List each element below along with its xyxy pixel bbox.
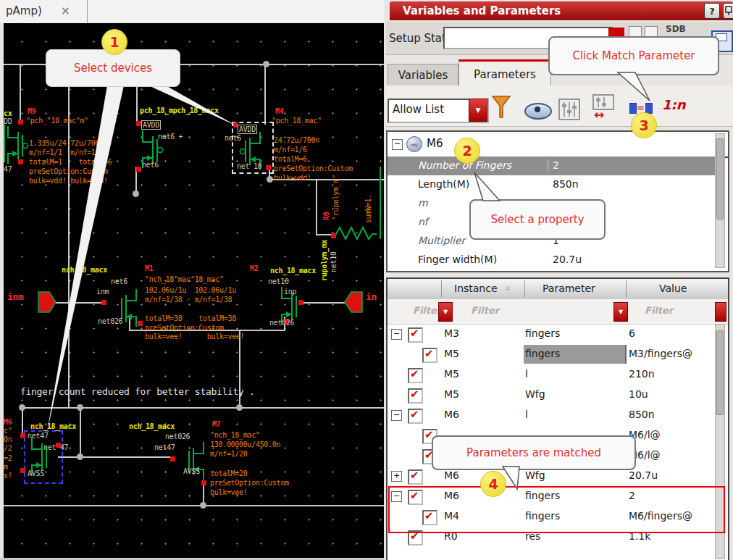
schematic-tab-bar: pAmp) × bbox=[0, 0, 384, 23]
filter-input-value[interactable]: Filter bbox=[645, 305, 673, 316]
schematic-tab-title[interactable]: pAmp) bbox=[6, 4, 42, 17]
property-scrollbar[interactable] bbox=[715, 133, 725, 268]
swap-arrow-icon[interactable]: ↔ bbox=[594, 107, 604, 122]
cell-instance: M3 bbox=[444, 327, 459, 339]
table-row[interactable]: ✔M5l210n bbox=[388, 364, 725, 385]
property-value: 2 bbox=[548, 159, 559, 171]
property-name: Finger width(M) bbox=[418, 254, 497, 265]
application-window: pAmp) × Select devices 1 cxDDM9"pch_"18_… bbox=[0, 0, 733, 560]
step-1-badge: 1 bbox=[101, 29, 127, 55]
row-checkbox[interactable]: ✔ bbox=[408, 368, 423, 383]
property-name: Length(M) bbox=[418, 178, 469, 190]
tab-close-icon[interactable]: × bbox=[61, 4, 70, 17]
check-icon: ✔ bbox=[424, 347, 434, 360]
cell-parameter: l bbox=[525, 409, 528, 420]
cell-value: 850n bbox=[629, 409, 655, 420]
cell-parameter: Wfg bbox=[525, 388, 545, 400]
pin-glyph bbox=[724, 6, 733, 16]
matched-rows-highlight-box bbox=[388, 486, 725, 533]
cell-instance: M5 bbox=[444, 368, 459, 380]
check-icon: ✔ bbox=[410, 367, 419, 380]
cell-instance: M6 bbox=[444, 469, 459, 481]
property-value: 850n bbox=[553, 178, 579, 190]
property-row[interactable]: Number of Fingers2 bbox=[388, 156, 715, 175]
cell-value: 210n bbox=[629, 368, 655, 380]
step-2-badge: 2 bbox=[454, 138, 480, 164]
match-table-panel: Instance ▵ Parameter Value Filter ▼ Filt… bbox=[386, 277, 729, 560]
column-header-parameter[interactable]: Parameter bbox=[543, 283, 595, 294]
parameters-toolbar: Allow List ▼ ↔ = 1:n bbox=[386, 85, 733, 127]
callout-tail-layer bbox=[4, 23, 384, 558]
step-3-badge: 3 bbox=[631, 112, 657, 138]
filter-dropdown-instance[interactable]: ▼ bbox=[438, 302, 453, 322]
column-header-instance[interactable]: Instance bbox=[454, 283, 498, 294]
cell-parameter: Wfg bbox=[525, 469, 545, 481]
expand-icon[interactable]: + bbox=[391, 471, 402, 482]
collapse-icon[interactable]: − bbox=[391, 329, 402, 340]
one-to-n-ratio-label: 1:n bbox=[662, 97, 686, 112]
cell-instance: M5 bbox=[444, 348, 459, 359]
callout-select-devices-text: Select devices bbox=[74, 62, 152, 75]
filter-mode-dropdown-arrow[interactable]: ▼ bbox=[469, 99, 487, 122]
tab-bar-divider bbox=[87, 0, 88, 23]
callout-select-a-property: Select a property bbox=[469, 199, 606, 240]
check-icon: ✔ bbox=[410, 327, 419, 340]
filter-dropdown-value[interactable] bbox=[715, 302, 726, 322]
cell-instance: M6 bbox=[444, 409, 459, 420]
sort-ascending-icon[interactable]: ▵ bbox=[506, 283, 510, 292]
callout-click-match-parameter: Click Match Parameter bbox=[548, 36, 719, 75]
step-4-badge: 4 bbox=[480, 471, 506, 497]
check-icon: ✔ bbox=[410, 388, 419, 401]
table-row[interactable]: −✔M3fingers6 bbox=[388, 324, 725, 344]
property-panel-header: − obj M6 bbox=[388, 132, 728, 158]
panel-title-bar[interactable]: Variables and Parameters bbox=[390, 1, 733, 20]
table-row[interactable]: −✔M6l850n bbox=[388, 405, 725, 425]
panel-title: Variables and Parameters bbox=[403, 4, 561, 17]
property-value: 20.7u bbox=[553, 254, 582, 265]
help-icon[interactable]: ? bbox=[704, 3, 720, 19]
funnel-filter-icon[interactable] bbox=[492, 96, 512, 120]
property-name: m bbox=[418, 197, 428, 209]
cell-value: 10u bbox=[629, 388, 648, 400]
check-icon: ✔ bbox=[410, 408, 419, 421]
table-header: Instance ▵ Parameter Value bbox=[388, 279, 728, 300]
row-checkbox[interactable]: ✔ bbox=[408, 388, 423, 404]
filter-input-instance[interactable]: Filter bbox=[413, 305, 441, 316]
cell-value: M3/fingers@ bbox=[629, 348, 692, 359]
table-row[interactable]: ✔M5fingersM3/fingers@ bbox=[388, 344, 725, 364]
cell-parameter: l bbox=[525, 368, 528, 380]
property-name: nf bbox=[418, 216, 428, 227]
pin-icon[interactable] bbox=[723, 3, 733, 19]
property-instance-name: M6 bbox=[427, 137, 443, 150]
sdb-label: SDB bbox=[666, 24, 686, 34]
property-name: Multiplier bbox=[418, 235, 465, 246]
property-row[interactable]: Length(M)850n bbox=[388, 175, 715, 194]
eye-visibility-icon[interactable] bbox=[524, 103, 552, 120]
cell-instance: M5 bbox=[444, 388, 459, 400]
schematic-canvas[interactable]: Select devices 1 cxDDM9"pch_"18_mac"m"1.… bbox=[4, 23, 384, 558]
filter-input-parameter[interactable]: Filter bbox=[471, 305, 499, 316]
tab-variables[interactable]: Variables bbox=[388, 64, 458, 86]
cell-parameter: fingers bbox=[525, 327, 560, 339]
cell-value: 6 bbox=[629, 327, 635, 339]
row-checkbox[interactable]: ✔ bbox=[408, 327, 423, 343]
object-icon: obj bbox=[406, 136, 422, 152]
callout-parameters-are-matched: Parameters are matched bbox=[432, 435, 636, 470]
tab-parameters[interactable]: Parameters bbox=[458, 59, 551, 88]
filter-mode-value: Allow List bbox=[393, 103, 444, 116]
row-checkbox[interactable]: ✔ bbox=[422, 348, 437, 363]
cell-parameter: fingers bbox=[525, 348, 560, 359]
edit-parameters-icon[interactable] bbox=[558, 99, 580, 120]
cell-value: 20.7u bbox=[629, 469, 658, 481]
property-row[interactable]: Finger width(M)20.7u bbox=[388, 251, 715, 269]
check-icon: ✔ bbox=[410, 469, 419, 482]
collapse-icon[interactable]: − bbox=[391, 410, 402, 421]
row-checkbox[interactable]: ✔ bbox=[408, 409, 423, 424]
column-header-value[interactable]: Value bbox=[659, 283, 687, 294]
collapse-icon[interactable]: − bbox=[392, 139, 403, 150]
row-checkbox[interactable]: ✔ bbox=[408, 469, 423, 485]
table-filter-row: Filter ▼ Filter ▼ Filter bbox=[388, 299, 728, 325]
filter-dropdown-parameter[interactable]: ▼ bbox=[613, 302, 628, 322]
table-row[interactable]: ✔M5Wfg10u bbox=[388, 385, 725, 405]
